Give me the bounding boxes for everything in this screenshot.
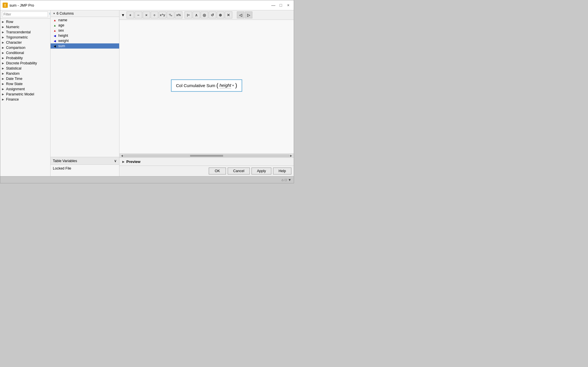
toolbar-btn-divide[interactable]: ÷ xyxy=(151,11,158,18)
toolbar-btn-back[interactable]: ◁ xyxy=(237,11,244,18)
toolbar-btn-and[interactable]: ∧ xyxy=(193,11,200,18)
sidebar-item-assignment[interactable]: ▶ Assignment xyxy=(0,87,50,92)
expand-arrow-statistical: ▶ xyxy=(2,67,5,70)
sidebar-label-transcendental: Transcendental xyxy=(6,30,31,34)
sidebar-item-row-state[interactable]: ▶ Row State xyxy=(0,81,50,87)
formula-open-paren: ( xyxy=(216,82,218,89)
toolbar-btn-add[interactable]: + xyxy=(127,11,134,18)
toolbar-btn-reciprocal[interactable]: ¹/ₓ xyxy=(167,11,174,18)
column-list: ▲ name ▲ age ▲ sex ◀ height ◀ weight xyxy=(51,17,119,157)
ok-button[interactable]: OK xyxy=(209,168,226,174)
sidebar-item-trigonometric[interactable]: ▶ Trigonometric xyxy=(0,35,50,40)
column-item-sum[interactable]: ◀ sum xyxy=(51,43,119,49)
maximize-button[interactable]: □ xyxy=(278,2,284,8)
sidebar-item-transcendental[interactable]: ▶ Transcendental xyxy=(0,30,50,35)
scroll-right-btn[interactable]: ▶ xyxy=(289,154,293,158)
sidebar-item-discrete-probability[interactable]: ▶ Discrete Probability xyxy=(0,61,50,66)
column-item-height[interactable]: ◀ height xyxy=(51,33,119,38)
sidebar-item-character[interactable]: ▶ Character xyxy=(0,40,50,45)
col-name-weight: weight xyxy=(58,39,69,43)
table-variables-arrow: ∨ xyxy=(114,159,117,163)
expand-arrow-discrete-probability: ▶ xyxy=(2,62,5,65)
col-icon-sex: ▲ xyxy=(53,28,57,32)
sidebar-item-comparison[interactable]: ▶ Comparison xyxy=(0,45,50,50)
table-variables-header[interactable]: Table Variables ∨ xyxy=(51,157,119,165)
expand-arrow-date-time: ▶ xyxy=(2,77,5,80)
sidebar-item-probability[interactable]: ▶ Probability xyxy=(0,55,50,61)
table-variables-section: Table Variables ∨ Locked File xyxy=(51,157,119,176)
col-name-age: age xyxy=(58,23,64,27)
main-window: Σ sum - JMP Pro — □ × 🔍 ▼ ▶ Row ▶ xyxy=(0,0,294,183)
locked-file-label: Locked File xyxy=(53,166,71,170)
toolbar-btn-multiply[interactable]: × xyxy=(143,11,150,18)
formula-scrollbar-h: ◀ ▶ xyxy=(119,153,294,157)
close-button[interactable]: × xyxy=(285,2,291,8)
column-item-sex[interactable]: ▲ sex xyxy=(51,28,119,33)
col-icon-name: ▲ xyxy=(53,18,57,22)
apply-button[interactable]: Apply xyxy=(252,168,271,174)
help-button[interactable]: Help xyxy=(273,168,291,174)
sidebar-label-comparison: Comparison xyxy=(6,46,25,50)
scrollbar-track xyxy=(124,155,289,157)
preview-expand-arrow[interactable]: ▶ xyxy=(122,160,125,163)
status-icon-dropdown[interactable]: ▼ xyxy=(288,178,291,182)
sidebar-item-row[interactable]: ▶ Row xyxy=(0,19,50,24)
sidebar-item-numeric[interactable]: ▶ Numeric xyxy=(0,24,50,30)
sidebar-item-finance[interactable]: ▶ Finance xyxy=(0,97,50,102)
col-icon-weight: ◀ xyxy=(53,39,57,43)
expand-arrow-character: ▶ xyxy=(2,41,5,44)
column-item-name[interactable]: ▲ name xyxy=(51,18,119,23)
sidebar-label-row: Row xyxy=(6,20,13,24)
table-variables-content: Locked File xyxy=(51,165,119,176)
sidebar-item-parametric-model[interactable]: ▶ Parametric Model xyxy=(0,92,50,97)
columns-header: ▼ 6 Columns xyxy=(51,10,119,17)
toolbar-btn-undo[interactable]: ↺ xyxy=(209,11,216,18)
col-icon-sum: ◀ xyxy=(53,44,57,48)
preview-label: Preview xyxy=(126,160,140,164)
expand-arrow-probability: ▶ xyxy=(2,57,5,59)
status-bar: ⌂ □ ▼ xyxy=(0,176,294,183)
col-icon-age: ▲ xyxy=(53,23,57,27)
toolbar-btn-percent[interactable]: x% xyxy=(175,11,182,18)
column-item-weight[interactable]: ◀ weight xyxy=(51,38,119,43)
sidebar-label-statistical: Statistical xyxy=(6,66,22,70)
filter-input[interactable] xyxy=(2,11,48,17)
expand-arrow-transcendental: ▶ xyxy=(2,31,5,34)
toolbar-btn-globe[interactable]: ⊕ xyxy=(217,11,224,18)
toolbar-btn-search[interactable]: ◎ xyxy=(201,11,208,18)
table-variables-label: Table Variables xyxy=(53,159,77,163)
toolbar-btn-forward[interactable]: ▷ xyxy=(245,11,252,18)
columns-count-label: 6 Columns xyxy=(57,11,74,16)
status-icon-home[interactable]: ⌂ xyxy=(282,178,284,182)
sidebar-item-random[interactable]: ▶ Random xyxy=(0,71,50,76)
sidebar-label-row-state: Row State xyxy=(6,82,23,86)
scroll-left-btn[interactable]: ◀ xyxy=(120,154,124,158)
minimize-button[interactable]: — xyxy=(270,2,276,8)
toolbar: ▼ + − × ÷ x^y ¹/ₓ x% |= ∧ ◎ ↺ ⊕ ✕ ◁ ▷ xyxy=(119,10,294,20)
col-name-height: height xyxy=(58,34,68,38)
sidebar-label-numeric: Numeric xyxy=(6,25,20,29)
sidebar-item-date-time[interactable]: ▶ Date Time xyxy=(0,76,50,81)
formula-subscript: ▾ xyxy=(232,84,234,87)
main-content: 🔍 ▼ ▶ Row ▶ Numeric ▶ Transcendental ▶ xyxy=(0,10,294,176)
expand-arrow-conditional: ▶ xyxy=(2,51,5,54)
sidebar-item-conditional[interactable]: ▶ Conditional xyxy=(0,50,50,55)
col-name-name: name xyxy=(58,18,67,22)
columns-dropdown-arrow[interactable]: ▼ xyxy=(53,12,55,15)
toolbar-btn-power[interactable]: x^y xyxy=(159,11,166,18)
sidebar-label-character: Character xyxy=(6,41,22,45)
toolbar-btn-clear[interactable]: ✕ xyxy=(225,11,232,18)
scrollbar-thumb xyxy=(190,155,223,157)
sidebar-item-statistical[interactable]: ▶ Statistical xyxy=(0,66,50,71)
title-bar-left: Σ sum - JMP Pro xyxy=(3,3,34,8)
col-icon-height: ◀ xyxy=(53,34,57,38)
formula-expression[interactable]: Col Cumulative Sum ( height ▾ ) xyxy=(171,79,242,92)
status-icon-box[interactable]: □ xyxy=(285,178,287,182)
toolbar-btn-logical[interactable]: |= xyxy=(185,11,192,18)
toolbar-btn-subtract[interactable]: − xyxy=(135,11,142,18)
formula-argument[interactable]: height xyxy=(219,83,231,88)
cancel-button[interactable]: Cancel xyxy=(228,168,250,174)
column-item-age[interactable]: ▲ age xyxy=(51,23,119,28)
sidebar: 🔍 ▼ ▶ Row ▶ Numeric ▶ Transcendental ▶ xyxy=(0,10,51,176)
toolbar-dropdown[interactable]: ▼ xyxy=(121,13,125,17)
